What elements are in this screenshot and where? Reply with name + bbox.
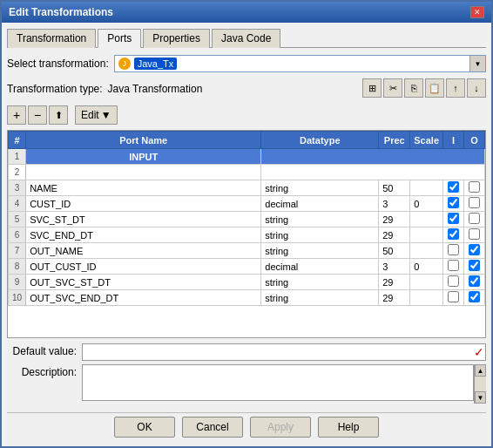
port-name-cell[interactable]: SVC_END_DT: [26, 227, 261, 243]
tab-properties[interactable]: Properties: [143, 29, 210, 48]
i-checkbox[interactable]: [448, 291, 459, 302]
prec-cell[interactable]: 3: [379, 259, 410, 275]
o-cell[interactable]: [464, 227, 485, 243]
bottom-fields: Default value: ✓ Description: ▲ ▼: [7, 343, 486, 404]
transformation-select[interactable]: J Java_Tx ▼: [114, 55, 486, 72]
description-wrapper: ▲ ▼: [82, 364, 486, 404]
prec-cell[interactable]: 29: [379, 290, 410, 306]
datatype-cell[interactable]: string: [261, 243, 379, 259]
port-name-cell[interactable]: OUT_SVC_ST_DT: [26, 275, 261, 290]
row-num: 5: [9, 212, 26, 227]
icon-up[interactable]: ↑: [446, 78, 465, 98]
i-cell[interactable]: [443, 243, 464, 259]
scale-cell[interactable]: [410, 227, 443, 243]
i-cell[interactable]: [443, 180, 464, 196]
apply-button[interactable]: Apply: [250, 417, 311, 438]
icon-copy[interactable]: ⎘: [404, 78, 423, 98]
o-checkbox[interactable]: [469, 181, 480, 193]
o-cell[interactable]: [464, 275, 485, 290]
scale-cell[interactable]: [410, 243, 443, 259]
datatype-cell[interactable]: string: [261, 275, 379, 290]
tab-ports[interactable]: Ports: [98, 29, 141, 48]
scale-cell[interactable]: [410, 212, 443, 227]
o-cell[interactable]: [464, 196, 485, 212]
o-cell[interactable]: [464, 243, 485, 259]
type-toolbar: ⊞ ✂ ⎘ 📋 ↑ ↓: [362, 78, 486, 98]
i-checkbox[interactable]: [448, 197, 459, 208]
description-textarea[interactable]: [82, 364, 474, 401]
o-checkbox[interactable]: [469, 260, 480, 271]
prec-cell[interactable]: 50: [379, 180, 410, 196]
i-checkbox[interactable]: [448, 260, 459, 271]
port-name-cell[interactable]: OUT_CUST_ID: [26, 259, 261, 275]
o-checkbox[interactable]: [469, 213, 480, 224]
o-cell[interactable]: [464, 212, 485, 227]
help-button[interactable]: Help: [318, 417, 379, 438]
icon-cut[interactable]: ✂: [383, 78, 402, 98]
scale-cell[interactable]: 0: [410, 259, 443, 275]
prec-cell[interactable]: 29: [379, 227, 410, 243]
add-row-btn[interactable]: +: [7, 105, 26, 125]
port-name-cell[interactable]: NAME: [26, 180, 261, 196]
table-row: 8 OUT_CUST_ID decimal 3 0: [9, 259, 485, 275]
i-cell[interactable]: [443, 275, 464, 290]
datatype-cell[interactable]: decimal: [261, 196, 379, 212]
i-checkbox[interactable]: [448, 228, 459, 240]
port-name-cell[interactable]: OUT_SVC_END_DT: [26, 290, 261, 306]
i-cell[interactable]: [443, 259, 464, 275]
scroll-track: [475, 377, 486, 391]
scroll-up-arrow[interactable]: ▲: [475, 364, 486, 377]
datatype-cell[interactable]: string: [261, 227, 379, 243]
tab-transformation[interactable]: Transformation: [7, 29, 96, 48]
prec-cell[interactable]: 29: [379, 212, 410, 227]
prec-cell[interactable]: 29: [379, 275, 410, 290]
datatype-cell[interactable]: string: [261, 290, 379, 306]
o-cell[interactable]: [464, 290, 485, 306]
i-cell[interactable]: [443, 290, 464, 306]
i-checkbox[interactable]: [448, 275, 459, 287]
icon-paste[interactable]: 📋: [425, 78, 444, 98]
prec-cell[interactable]: 50: [379, 243, 410, 259]
o-checkbox[interactable]: [469, 197, 480, 208]
icon-grid[interactable]: ⊞: [362, 78, 382, 98]
port-name-cell[interactable]: CUST_ID: [26, 196, 261, 212]
datatype-cell[interactable]: decimal: [261, 259, 379, 275]
i-cell[interactable]: [443, 212, 464, 227]
o-checkbox[interactable]: [469, 291, 480, 302]
o-checkbox[interactable]: [469, 228, 480, 240]
empty-name-cell[interactable]: [26, 165, 261, 180]
o-cell[interactable]: [464, 259, 485, 275]
edit-dropdown-btn[interactable]: Edit ▼: [75, 105, 118, 125]
scale-cell[interactable]: [410, 290, 443, 306]
i-cell[interactable]: [443, 196, 464, 212]
port-toolbar: + − ⬆ Edit ▼: [7, 105, 486, 125]
description-row: Description: ▲ ▼: [7, 364, 486, 404]
i-checkbox[interactable]: [448, 244, 459, 255]
o-checkbox[interactable]: [469, 275, 480, 287]
o-cell[interactable]: [464, 180, 485, 196]
i-checkbox[interactable]: [448, 181, 459, 193]
close-button[interactable]: ✕: [470, 6, 484, 18]
o-checkbox[interactable]: [469, 244, 480, 255]
scale-cell[interactable]: 0: [410, 196, 443, 212]
tab-java-code[interactable]: Java Code: [212, 29, 280, 48]
default-value-input[interactable]: [82, 343, 486, 361]
scroll-down-arrow[interactable]: ▼: [475, 391, 486, 404]
port-name-cell[interactable]: SVC_ST_DT: [26, 212, 261, 227]
i-checkbox[interactable]: [448, 213, 459, 224]
title-bar-controls: ✕: [470, 6, 484, 18]
datatype-cell[interactable]: string: [261, 212, 379, 227]
scale-cell[interactable]: [410, 180, 443, 196]
move-up-btn[interactable]: ⬆: [49, 105, 68, 125]
prec-cell[interactable]: 3: [379, 196, 410, 212]
delete-row-btn[interactable]: −: [28, 105, 47, 125]
ok-button[interactable]: OK: [114, 417, 175, 438]
cancel-button[interactable]: Cancel: [182, 417, 243, 438]
datatype-cell[interactable]: string: [261, 180, 379, 196]
port-name-cell[interactable]: OUT_NAME: [26, 243, 261, 259]
icon-down[interactable]: ↓: [467, 78, 486, 98]
scale-cell[interactable]: [410, 275, 443, 290]
select-dropdown-arrow[interactable]: ▼: [469, 56, 485, 71]
checkmark-icon[interactable]: ✓: [474, 345, 484, 359]
i-cell[interactable]: [443, 227, 464, 243]
